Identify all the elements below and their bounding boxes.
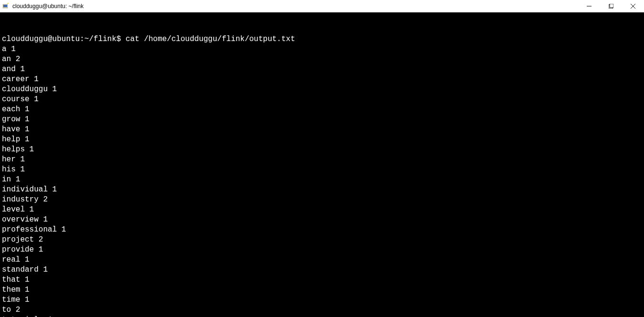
output-line: cloudduggu 1	[2, 85, 642, 95]
output-line: an 2	[2, 54, 642, 64]
prompt-line: cloudduggu@ubuntu:~/flink$ cat /home/clo…	[2, 34, 642, 44]
output-line: professional 1	[2, 225, 642, 235]
output-line: each 1	[2, 105, 642, 115]
svg-line-2	[7, 3, 9, 4]
terminal-output: a 1an 2and 1career 1cloudduggu 1course 1…	[2, 44, 642, 317]
maximize-button[interactable]	[600, 0, 622, 12]
output-line: have 1	[2, 125, 642, 135]
output-line: to 2	[2, 305, 642, 315]
output-line: help 1	[2, 135, 642, 145]
output-line: standard 1	[2, 265, 642, 275]
minimize-button[interactable]	[578, 0, 600, 12]
output-line: time 1	[2, 295, 642, 305]
output-line: a 1	[2, 44, 642, 54]
output-line: in 1	[2, 175, 642, 185]
svg-rect-5	[610, 4, 613, 8]
titlebar-left: cloudduggu@ubuntu: ~/flink	[0, 2, 83, 10]
output-line: course 1	[2, 95, 642, 105]
output-line: career 1	[2, 74, 642, 85]
output-line: them 1	[2, 285, 642, 295]
window-controls	[578, 0, 644, 12]
output-line: her 1	[2, 155, 642, 165]
output-line: project 2	[2, 235, 642, 245]
window-titlebar: cloudduggu@ubuntu: ~/flink	[0, 0, 644, 12]
output-line: that 1	[2, 275, 642, 285]
output-line: helps 1	[2, 145, 642, 155]
shell-command: cat /home/cloudduggu/flink/output.txt	[125, 35, 295, 43]
shell-prompt: cloudduggu@ubuntu:~/flink$	[2, 35, 121, 43]
svg-rect-1	[3, 5, 7, 7]
output-line: grow 1	[2, 115, 642, 125]
window-title: cloudduggu@ubuntu: ~/flink	[12, 3, 83, 10]
output-line: and 1	[2, 64, 642, 74]
output-line: his 1	[2, 165, 642, 175]
close-button[interactable]	[622, 0, 644, 12]
output-line: industry 2	[2, 195, 642, 205]
output-line: level 1	[2, 205, 642, 215]
output-line: tutorials 1	[2, 315, 642, 317]
output-line: overview 1	[2, 215, 642, 225]
output-line: provide 1	[2, 245, 642, 255]
output-line: individual 1	[2, 185, 642, 195]
terminal-area[interactable]: cloudduggu@ubuntu:~/flink$ cat /home/clo…	[0, 12, 644, 317]
output-line: real 1	[2, 255, 642, 265]
putty-icon	[2, 2, 10, 10]
